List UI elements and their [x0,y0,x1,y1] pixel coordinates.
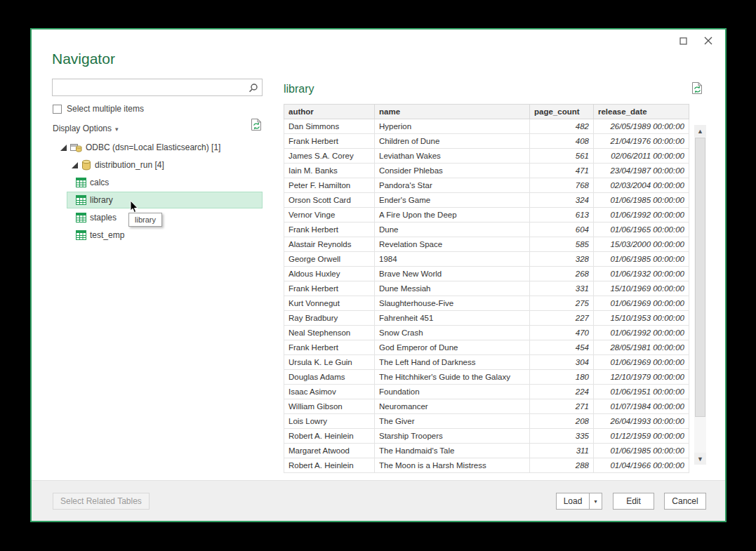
table-row: Douglas AdamsThe Hitchhiker's Guide to t… [284,370,689,385]
table-cell: Robert A. Heinlein [284,429,375,444]
table-cell: 561 [530,149,594,164]
tree-item-staples[interactable]: staples [76,211,117,225]
table-cell: 275 [530,296,594,311]
table-cell: Dune Messiah [375,281,530,296]
table-cell: Kurt Vonnegut [284,296,375,311]
table-cell: 335 [530,429,594,444]
table-cell: Brave New World [375,267,530,281]
tree-item-label: staples [90,213,117,223]
expander-icon[interactable] [71,162,78,168]
scroll-up-icon[interactable]: ▲ [694,125,706,137]
table-cell: Vernor Vinge [284,208,375,223]
table-cell: Dune [375,223,530,237]
tooltip-text: library [135,215,156,224]
table-row: Vernor VingeA Fire Upon the Deep61301/06… [284,208,689,223]
tree-item-label: test_emp [90,230,124,240]
table-cell: 01/06/1965 00:00:00 [594,223,689,237]
table-cell: 227 [530,311,594,326]
table-row: Ursula K. Le GuinThe Left Hand of Darkne… [284,355,689,370]
edit-button[interactable]: Edit [613,493,654,510]
table-cell: 585 [530,237,594,252]
table-cell: Consider Phlebas [375,164,530,178]
table-cell: 26/05/1989 00:00:00 [594,119,689,134]
table-cell: Ender's Game [375,193,530,208]
table-icon [76,178,86,187]
table-cell: 01/06/1969 00:00:00 [594,355,689,370]
footer-bar: Select Related Tables Load ▾ Edit Cancel [32,480,725,521]
close-icon [704,36,712,47]
table-cell: Pandora's Star [375,178,530,193]
table-cell: 454 [530,340,594,355]
table-cell: Slaughterhouse-Five [375,296,530,311]
table-row: Dan SimmonsHyperion48226/05/1989 00:00:0… [284,119,689,134]
table-icon [76,195,86,205]
tree-item-label: library [90,195,113,205]
column-header-author: author [284,105,375,119]
table-cell: Frank Herbert [284,223,375,237]
table-cell: 304 [530,355,594,370]
table-cell: Leviathan Wakes [375,149,530,164]
tree-item-distribution-run[interactable]: distribution_run [4] [71,158,164,172]
table-cell: God Emperor of Dune [375,340,530,355]
table-cell: 408 [530,134,594,149]
load-dropdown-button[interactable]: ▾ [590,493,602,510]
table-cell: Hyperion [375,119,530,134]
table-cell: The Hitchhiker's Guide to the Galaxy [375,370,530,385]
select-multiple-label: Select multiple items [67,104,144,114]
select-multiple-items-option: Select multiple items [53,104,144,114]
tree-item-test-emp[interactable]: test_emp [76,228,124,242]
table-row: Frank HerbertDune60401/06/1965 00:00:00 [284,223,689,237]
table-cell: 324 [530,193,594,208]
scrollbar-thumb[interactable] [695,138,705,417]
table-row: Alastair ReynoldsRevelation Space58515/0… [284,237,689,252]
maximize-button[interactable] [675,34,691,49]
cancel-button[interactable]: Cancel [664,493,706,510]
select-related-tables-button[interactable]: Select Related Tables [53,493,150,510]
display-options-dropdown[interactable]: Display Options▾ [53,124,119,133]
table-row: Isaac AsimovFoundation22401/06/1951 00:0… [284,385,689,399]
table-cell: Isaac Asimov [284,385,375,399]
column-header-page-count: page_count [530,105,594,119]
load-button[interactable]: Load [556,493,590,510]
table-cell: Alastair Reynolds [284,237,375,252]
page-title: Navigator [52,51,115,67]
table-row: Robert A. HeinleinThe Moon is a Harsh Mi… [284,458,689,473]
table-cell: 01/06/1932 00:00:00 [594,267,689,281]
expander-icon[interactable] [60,145,67,151]
table-cell: 28/05/1981 00:00:00 [594,340,689,355]
table-cell: 01/06/1992 00:00:00 [594,326,689,340]
refresh-tree-icon[interactable] [251,118,263,131]
table-cell: Starship Troopers [375,429,530,444]
table-cell: 26/04/1993 00:00:00 [594,414,689,429]
table-row: Ray BradburyFahrenheit 45122715/10/1953 … [284,311,689,326]
tree-item-calcs[interactable]: calcs [76,175,109,190]
table-cell: Ray Bradbury [284,311,375,326]
tree-item-odbc-root[interactable]: ODBC (dsn=Local Elasticsearch) [1] [60,140,220,154]
table-cell: 23/04/1987 00:00:00 [594,164,689,178]
refresh-preview-icon[interactable] [691,81,703,95]
scroll-down-icon[interactable]: ▼ [694,453,706,465]
table-cell: 224 [530,385,594,399]
table-cell: Robert A. Heinlein [284,458,375,473]
table-cell: Margaret Atwood [284,444,375,458]
window-controls [675,34,717,49]
table-cell: Peter F. Hamilton [284,178,375,193]
table-cell: 01/12/1959 00:00:00 [594,429,689,444]
table-row: Iain M. BanksConsider Phlebas47123/04/19… [284,164,689,178]
table-cell: 01/06/1951 00:00:00 [594,385,689,399]
search-icon[interactable] [245,79,262,95]
preview-scrollbar[interactable]: ▲ ▼ [694,125,706,465]
table-cell: 271 [530,399,594,414]
table-cell: Foundation [375,385,530,399]
tree-item-library[interactable]: library [76,193,113,207]
select-multiple-checkbox[interactable] [53,105,62,114]
odbc-source-icon [70,142,82,153]
table-row: James S.A. CoreyLeviathan Wakes56102/06/… [284,149,689,164]
table-cell: 02/03/2004 00:00:00 [594,178,689,193]
table-cell: Fahrenheit 451 [375,311,530,326]
preview-title: library [284,83,314,95]
table-cell: 1984 [375,252,530,267]
close-button[interactable] [700,34,717,49]
table-cell: 01/06/1985 00:00:00 [594,193,689,208]
search-input[interactable] [53,79,245,95]
